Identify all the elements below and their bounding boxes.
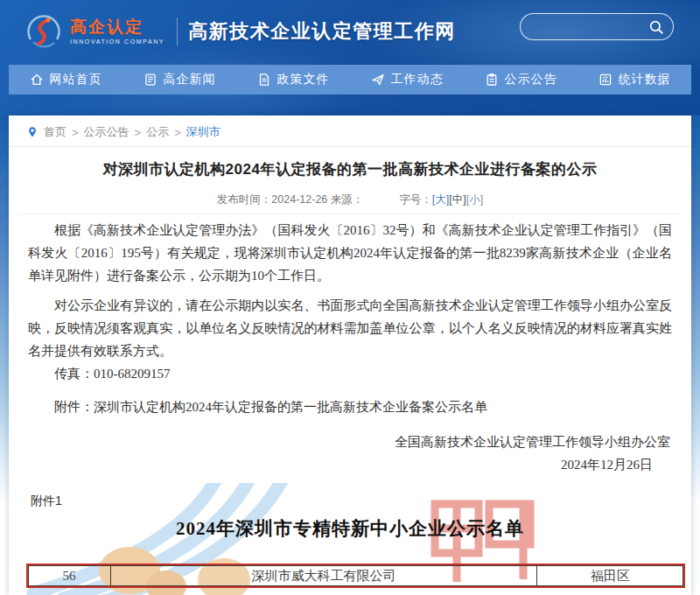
nav-label: 工作动态	[391, 72, 444, 88]
site-header: 高企认定 INNOVATION COMPANY 高新技术企业认定管理工作网 网站…	[0, 0, 700, 116]
page: { "header": { "logo_text": "高企认定", "logo…	[0, 0, 700, 595]
main-nav: 网站首页 高企新闻 政策文件 工作动态	[9, 65, 691, 94]
nav-item-trends[interactable]: 工作动态	[366, 72, 449, 88]
font-size-medium[interactable]: [中]	[449, 193, 466, 206]
news-icon	[144, 73, 158, 87]
signature: 全国高新技术企业认定管理工作领导小组办公室	[28, 430, 672, 453]
nav-item-home[interactable]: 网站首页	[24, 72, 108, 88]
header-divider	[177, 18, 178, 46]
nav-item-news[interactable]: 高企新闻	[138, 72, 221, 88]
cell-company-name: 深圳市威大科工有限公司	[111, 565, 537, 586]
attachment-title: 2024年深圳市专精特新中小企业公示名单	[9, 516, 691, 541]
breadcrumb-separator: >	[174, 126, 181, 139]
publish-time-label: 发布时间：	[217, 193, 272, 206]
publish-date: 2024-12-26	[271, 193, 327, 206]
clipboard-icon	[485, 73, 499, 87]
site-title: 高新技术企业认定管理工作网	[188, 18, 456, 45]
cell-serial-number: 56	[28, 565, 111, 586]
source-label: 来源：	[331, 193, 364, 206]
breadcrumb-item-home[interactable]: 首页	[44, 124, 66, 140]
breadcrumb-divider	[9, 146, 691, 147]
breadcrumb: 首页 > 公示公告 > 公示 > 深圳市	[26, 123, 220, 141]
cell-district: 福田区	[537, 565, 683, 586]
meta-divider	[18, 214, 682, 214]
logo-subtext: INNOVATION COMPANY	[70, 38, 164, 45]
nav-item-statistics[interactable]: 统计数据	[593, 72, 676, 88]
nav-label: 网站首页	[50, 72, 102, 88]
content-card: 首页 > 公示公告 > 公示 > 深圳市 对深圳市认定机构2024年认定报备的第…	[9, 116, 691, 595]
breadcrumb-separator: >	[72, 126, 79, 139]
paper-plane-icon	[371, 73, 385, 87]
nav-label: 政策文件	[277, 72, 330, 88]
nav-label: 统计数据	[619, 72, 671, 88]
article-paragraph: 对公示企业有异议的，请在公示期内以实名、书面形式向全国高新技术企业认定管理工作领…	[28, 294, 672, 362]
font-size-large[interactable]: [大]	[432, 193, 449, 206]
nav-item-announcements[interactable]: 公示公告	[480, 72, 563, 88]
article-paragraph: 根据《高新技术企业认定管理办法》（国科发火〔2016〕32号）和《高新技术企业认…	[28, 219, 672, 287]
nav-label: 高企新闻	[164, 72, 216, 88]
signature-date: 2024年12月26日	[28, 453, 672, 476]
company-table-row: 56 深圳市威大科工有限公司 福田区	[26, 564, 685, 588]
nav-item-policy[interactable]: 政策文件	[252, 72, 335, 88]
breadcrumb-item-announcements[interactable]: 公示公告	[84, 124, 130, 140]
policy-doc-icon	[257, 73, 271, 87]
attachment-preview: 附件1 2024年深圳市专精特新中小企业公示名单 56 深圳市威大科工有限公司 …	[9, 483, 691, 595]
article-title: 对深圳市认定机构2024年认定报备的第一批高新技术企业进行备案的公示	[35, 159, 665, 179]
search-box[interactable]	[520, 13, 674, 40]
fax-line: 传真：010-68209157	[28, 362, 672, 385]
breadcrumb-item-shenzhen: 深圳市	[186, 124, 220, 140]
font-size-small[interactable]: [小]	[466, 193, 483, 206]
home-icon	[30, 73, 44, 87]
site-logo[interactable]: 高企认定 INNOVATION COMPANY	[24, 12, 164, 51]
attachment-link-line: 附件：深圳市认定机构2024年认定报备的第一批高新技术企业备案公示名单	[28, 396, 672, 418]
fontsize-label: 字号：	[399, 193, 432, 206]
search-icon[interactable]	[648, 19, 664, 35]
attachment-label: 附件1	[31, 494, 62, 509]
logo-swoosh-icon	[24, 12, 63, 51]
location-pin-icon	[26, 126, 38, 138]
breadcrumb-separator: >	[135, 126, 142, 139]
logo-text: 高企认定	[70, 18, 164, 35]
breadcrumb-item-publicity[interactable]: 公示	[146, 124, 169, 140]
article-body: 根据《高新技术企业认定管理办法》（国科发火〔2016〕32号）和《高新技术企业认…	[9, 219, 691, 483]
nav-label: 公示公告	[505, 72, 557, 88]
search-input[interactable]	[533, 20, 648, 33]
bar-chart-icon	[598, 73, 612, 87]
article-meta: 发布时间：2024-12-26 来源： 字号：[大][中][小]	[9, 192, 691, 207]
